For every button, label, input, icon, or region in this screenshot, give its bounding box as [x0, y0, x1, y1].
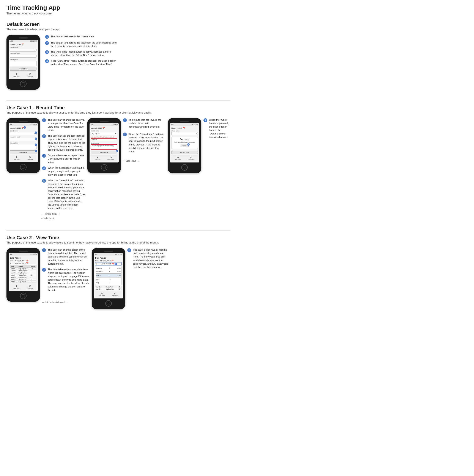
to-label: to:: [10, 263, 15, 264]
ann-num: 1: [203, 118, 207, 122]
table-row: March 4BigCorp Inc.4: [10, 272, 36, 274]
uc2-phone-left: ABC 00:33 PM Date Range from: March 1, 2…: [6, 248, 40, 302]
to-value: March 7, 2015: [15, 262, 25, 264]
client-input[interactable]: ▼: [171, 132, 198, 135]
tab-add-time[interactable]: ⊕ Add Time: [171, 156, 185, 161]
desc-input[interactable]: [10, 61, 36, 66]
col-client[interactable]: Client: [18, 265, 30, 268]
tab-add-time[interactable]: ⊕ Add Time: [10, 284, 23, 289]
client-label: client name: [91, 130, 117, 132]
dropdown-arrow-icon: ▼: [34, 49, 36, 51]
cool-button[interactable]: Cool! 1: [181, 144, 189, 147]
tab-view-time[interactable]: ⊙ View Time: [23, 284, 37, 289]
phone-speaker: [19, 121, 28, 122]
default-annotations: 1 The default text here is the current d…: [45, 35, 118, 68]
desc-label: description: [10, 142, 36, 144]
record-time-button[interactable]: record time 5: [10, 150, 36, 154]
tab-add-label: Add Time: [14, 159, 19, 160]
calendar-icon[interactable]: 📅: [183, 127, 185, 129]
use-case-2-row: ABC 00:33 PM Date Range from: March 1, 2…: [6, 248, 230, 309]
home-button-inner: [22, 82, 25, 85]
date-picker[interactable]: January32015 February62016 March72015 Ap…: [95, 266, 122, 285]
carrier: ABC: [10, 124, 13, 125]
home-button[interactable]: [101, 164, 108, 171]
ann-num-2: 2: [45, 41, 49, 45]
tab-view-time[interactable]: ⊙ View Time: [109, 292, 122, 296]
calendar-icon-from[interactable]: 📅: [111, 260, 114, 262]
ann-text: The user can tap the text-input to pop u…: [48, 134, 85, 151]
ann-text-1: The default text here is the current dat…: [51, 35, 94, 38]
client-input[interactable]: 2 ▼: [10, 132, 36, 135]
ann-text: The user can change either of the dates …: [48, 248, 90, 265]
home-button-inner: [22, 294, 25, 297]
client-input[interactable]: BigCorp Inc. ▼: [91, 132, 117, 135]
desc-input[interactable]: 4: [10, 144, 36, 149]
home-button-inner: [22, 166, 25, 169]
calendar-icon[interactable]: 📅: [21, 44, 24, 46]
status-bar: ABC 00:33 PM: [9, 40, 38, 42]
tab-view-time[interactable]: ⊙ View Time: [23, 156, 37, 160]
ann-uc1-3: 3 Only numbers are accepted here. Don't …: [42, 154, 85, 164]
tab-view-time[interactable]: ⊙ View Time: [104, 156, 118, 161]
hours-error: hours worked must be a number: [91, 136, 117, 138]
ann-text: Only numbers are accepted here. Don't al…: [48, 154, 85, 164]
success-msg: Your time has been recorded: [173, 141, 196, 143]
add-time-icon: ⊕: [177, 156, 179, 159]
view-time-icon: ⊙: [190, 156, 192, 159]
tab-add-time[interactable]: ⊕ Add Time: [10, 156, 23, 160]
phone-body: March 7, 2015 📅 client name BigCorp Inc.…: [90, 126, 119, 162]
picker-row-feb[interactable]: February62016: [96, 270, 121, 273]
to-row: to: March 7, 2015 📅: [10, 262, 36, 264]
ann-text: When the "record time" button is pressed…: [48, 179, 85, 210]
time-data-table: Date Client Hours March 7BigCorp Inc.2.5…: [10, 265, 36, 283]
phone-speaker: [19, 251, 28, 252]
uc2-phone-right: ABC 00:33 PM Date Range from: March 1, 2…: [92, 248, 125, 309]
picker-row-jan[interactable]: January32015: [96, 267, 121, 270]
ann-num: 1: [42, 248, 46, 252]
calendar-icon-to[interactable]: 📅: [26, 262, 28, 264]
view-time-icon: ⊙: [110, 156, 112, 159]
home-button[interactable]: [20, 164, 27, 170]
home-button[interactable]: [20, 293, 27, 299]
client-label: client name: [10, 47, 36, 49]
tab-view-time[interactable]: ⊙ View Time: [23, 72, 37, 77]
record-time-button[interactable]: record time 2: [91, 151, 117, 154]
record-time-button[interactable]: record time: [171, 151, 198, 154]
picker-row-mar[interactable]: March72015: [96, 274, 121, 277]
hours-value: 2 hours: [92, 139, 97, 140]
picker-row-may[interactable]: May4: [96, 281, 121, 284]
time: 00:33 PM: [30, 254, 37, 255]
tab-add-time[interactable]: ⊕ Add Time: [10, 72, 23, 77]
record-time-button[interactable]: record time: [10, 67, 36, 71]
home-button[interactable]: [105, 300, 112, 307]
tab-view-label: View Time: [27, 75, 33, 77]
carrier: ABC: [10, 40, 13, 42]
col-hours[interactable]: Hours: [30, 265, 36, 268]
add-time-icon: ⊕: [101, 292, 103, 295]
uc2-left-screen: ABC 00:33 PM Date Range from: March 1, 2…: [9, 253, 38, 291]
hours-input[interactable]: [10, 55, 36, 58]
hours-input[interactable]: 3: [10, 138, 36, 141]
tab-view-time[interactable]: ⊙ View Time: [184, 156, 198, 161]
picker-row-apr[interactable]: April8: [96, 278, 121, 281]
use-case-1-desc: The purpose of this use case is to allow…: [6, 111, 230, 114]
tab-bar: ⊕ Add Time ⊙ View Time: [10, 155, 36, 161]
arrow-right-icon: →: [137, 159, 140, 163]
hours-input-invalid[interactable]: 2 hours: [91, 138, 117, 141]
home-button[interactable]: [181, 164, 188, 171]
calendar-icon-to[interactable]: 📅: [112, 263, 114, 265]
desc-input[interactable]: Had a long specification meeting.: [91, 144, 117, 150]
calendar-icon-from[interactable]: 📅: [26, 260, 28, 262]
client-input[interactable]: ▼: [10, 49, 36, 51]
badge-1: 1: [187, 143, 190, 146]
date-text: March 7, 2015: [91, 127, 102, 129]
col-date[interactable]: Date: [10, 265, 18, 268]
tab-add-time[interactable]: ⊕ Add Time: [95, 292, 109, 296]
view-time-icon: ⊙: [114, 292, 116, 295]
add-time-icon: ⊕: [16, 284, 18, 287]
tab-add-time[interactable]: ⊕ Add Time: [91, 156, 104, 161]
home-button[interactable]: [20, 81, 27, 87]
calendar-icon[interactable]: 📅: [103, 127, 105, 129]
home-button-inner: [103, 166, 106, 169]
uc1-phone-left: ABC 00:33 PM March 7, 2015 📅 1 client na…: [6, 118, 40, 173]
